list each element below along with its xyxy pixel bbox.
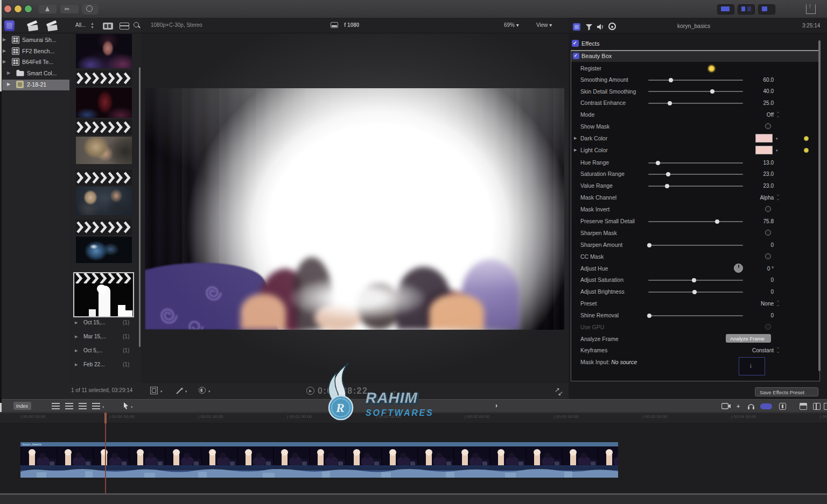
svg-text:R: R	[335, 401, 345, 415]
svg-text:SOFTWARES: SOFTWARES	[366, 408, 434, 417]
svg-text:RAHIM: RAHIM	[366, 389, 418, 406]
